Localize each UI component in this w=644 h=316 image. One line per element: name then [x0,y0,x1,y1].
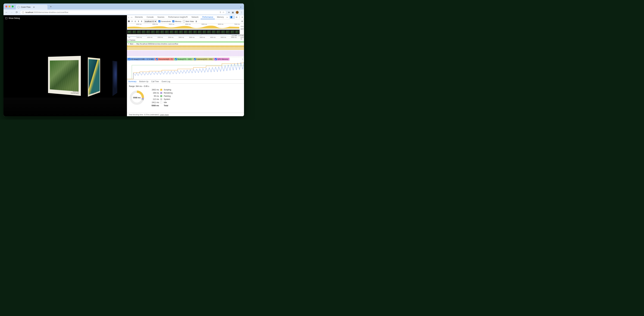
coverflow-stage[interactable]: OR & 4 THEORY Volume One DAB RECORDS [4,15,127,116]
site-info-icon[interactable]: i [22,11,24,14]
counter-toggles: JS Heap[12.8 MB – 17.8 MB] Documents[6 –… [127,58,244,61]
legend-label: Scripting [164,89,172,91]
settings-icon[interactable]: ⚙ [236,16,238,18]
globe-icon [18,6,20,8]
devtools-panel: ⟀ ▭ Elements Console Sources Performance… [127,15,244,116]
counter-jsheap[interactable]: JS Heap[12.8 MB – 17.8 MB] [127,58,155,61]
reload-button[interactable]: ⟳ [15,11,18,14]
counter-documents[interactable]: Documents[6 – 7] [155,58,174,61]
beaker-icon: ⚗ [186,16,188,18]
tab-sources[interactable]: Sources [156,15,166,19]
album-cover-2[interactable]: OR & 4 THEORY [88,57,100,97]
tab-performance-insights[interactable]: Performance insights ⚗ [166,15,190,19]
profile-select[interactable]: localhost #1 [144,20,157,23]
frames-track-header[interactable]: ▶Frames [127,39,244,41]
album-label: Volume One DAB RECORDS [71,91,79,94]
close-window-button[interactable] [6,6,7,8]
performance-toolbar: ⟳ ⊘ ⬆ ⬇ localhost #1 Screenshots Memory … [127,19,244,24]
kebab-icon[interactable]: ⋮ [238,16,240,18]
device-icon[interactable]: ▭ [130,16,133,18]
tab-elements[interactable]: Elements [134,15,144,19]
donut-center-label: 5568 ms [129,90,145,106]
memory-checkbox[interactable]: Memory [172,20,181,22]
tab-memory[interactable]: Memory [215,15,225,19]
summary-panel: Range: 384 ms – 5.95 s 5568 ms 28 [127,84,244,113]
content-area: Show Debug OR & 4 THEORY Volume One DAB … [4,15,244,116]
heap-range-label: 12.8 MB – 17.8 MB [232,35,244,37]
summary-donut: 5568 ms [129,90,145,106]
main-track-header[interactable]: ▼Main — http://localhost:3000/demo/view-… [127,43,244,45]
tab-summary[interactable]: Summary [128,80,136,83]
net-label: NET [241,28,244,30]
profile-avatar[interactable] [236,11,238,14]
learn-more-link[interactable]: Learn more [160,114,169,116]
extensions-icon[interactable]: ✦ [228,11,230,14]
trash-icon[interactable]: 🗑 [196,20,197,23]
counter-listeners[interactable]: Listeners[163 – 355] [193,58,214,61]
chevron-down-icon: ▼ [128,43,129,45]
cpu-label: CPU [241,26,244,27]
back-button[interactable]: ← [5,11,8,14]
issues-badge[interactable]: 🟦 1 [230,16,235,18]
toolbar-icons: ✦ ▣ ⋮ [228,11,243,14]
web-vitals-checkbox[interactable]: Web Vitals [183,20,194,22]
window-controls [6,6,14,8]
reload-record-button[interactable]: ⟳ [131,20,133,23]
net-strip: NET [127,29,244,30]
devtools-tabs: ⟀ ▭ Elements Console Sources Performance… [127,15,244,19]
minimize-window-button[interactable] [8,6,10,8]
heap-strip: 12.8 MB – 17.8 MB [127,34,244,37]
address-bar[interactable]: i localhost:3000/demo/view-timeline-css/… [20,10,226,15]
frames-strip [127,41,244,43]
footer-bar: Total blocking time: 3.37ms (estimated) … [127,113,244,116]
overview-pane[interactable]: 1000 ms 2000 ms 3000 ms 4000 ms 5000 ms … [127,24,244,37]
forward-button[interactable]: → [10,11,13,14]
counter-nodes[interactable]: Nodes[375 – 382] [174,58,193,61]
album-photo [50,60,78,92]
share-icon[interactable]: ⇧ [220,11,221,14]
new-tab-button[interactable]: ＋ [49,5,52,9]
tab-console[interactable]: Console [145,15,155,19]
clear-button[interactable]: ⊘ [134,20,136,23]
legend-ms: 2832 ms [148,89,159,91]
reflection [4,98,127,116]
counter-gpu[interactable]: GPU Memory [214,58,230,61]
fullscreen-window-button[interactable] [12,6,14,8]
flame-chart[interactable] [127,45,244,58]
tab-network[interactable]: Network [190,15,200,19]
memory-graph[interactable] [127,61,244,80]
tab-event-log[interactable]: Event Log [162,80,170,83]
browser-window: Cover Flow ✕ ＋ ⌄ ← → ⟳ i localhost:3000/… [4,4,244,116]
close-tab-button[interactable]: ✕ [33,6,35,9]
tbt-label: Total blocking time: 3.37ms (estimated) [129,114,159,116]
tab-performance[interactable]: Performance [201,15,215,19]
inspect-icon[interactable]: ⟀ [128,16,130,18]
album-cover-front[interactable]: Volume One DAB RECORDS [48,56,81,96]
close-devtools-icon[interactable]: ✕ [241,16,243,18]
more-tabs-icon[interactable]: » [226,16,228,18]
tab-title: Cover Flow [21,6,30,8]
record-button[interactable] [128,21,130,22]
legend-total-ms: 5568 ms [148,105,159,107]
screenshots-checkbox[interactable]: Screenshots [158,20,171,22]
flame-ruler: ms 1000 ms 1500 ms 2000 ms 2500 ms 3000 … [127,37,244,39]
chevron-right-icon: ▶ [128,39,129,41]
counter-menu-icon[interactable]: ≡ [241,58,244,61]
screenshot-strip[interactable] [127,30,240,34]
tab-call-tree[interactable]: Call Tree [151,80,159,83]
legend-total-label: Total [164,105,172,107]
bookmark-icon[interactable]: ☆ [222,11,224,14]
side-panel-icon[interactable]: ▣ [232,11,234,14]
tab-bottom-up[interactable]: Bottom-Up [139,80,148,83]
save-profile-button[interactable]: ⬇ [141,20,142,23]
tabs-dropdown-button[interactable]: ⌄ [240,5,242,8]
browser-tab[interactable]: Cover Flow ✕ [16,5,48,10]
details-tabs: Summary Bottom-Up Call Tree Event Log [127,80,244,84]
album-cover-3[interactable] [112,61,117,96]
summary-legend: 2832 msScripting 158 msRendering 55 msPa… [148,89,172,107]
legend-swatch [160,89,162,91]
kebab-menu-icon[interactable]: ⋮ [240,11,243,14]
overview-ruler: 1000 ms 2000 ms 3000 ms 4000 ms 5000 ms … [127,24,244,26]
capture-settings-icon[interactable]: ⚙ [241,20,243,23]
load-profile-button[interactable]: ⬆ [138,20,139,23]
